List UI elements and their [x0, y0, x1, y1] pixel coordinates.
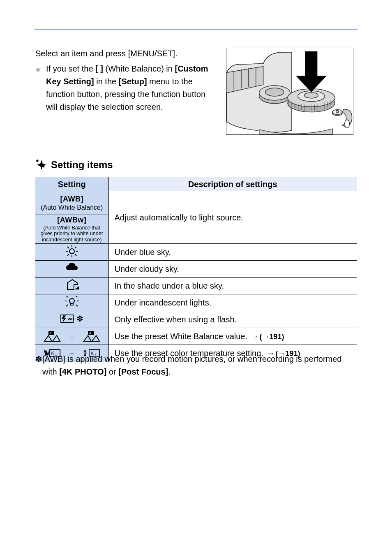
table-row: 1 – 4 Use the preset White Balance value…: [35, 328, 357, 345]
desc-shade: In the shade under a blue sky.: [108, 278, 357, 294]
settings-table: Setting Description of settings [AWB] (A…: [35, 177, 357, 362]
svg-text:WB: WB: [68, 317, 74, 321]
table-row: In the shade under a blue sky.: [35, 278, 357, 294]
svg-line-50: [76, 305, 78, 306]
setting-flashwb: WB ✽: [35, 311, 108, 328]
intro-note: ● If you set the [ ] (White Balance) in …: [35, 62, 216, 113]
top-rule: [35, 29, 357, 30]
section-heading: Setting items: [35, 159, 113, 171]
intro-text: Select an item and press [MENU/SET]. ● I…: [35, 47, 216, 113]
range-dash: –: [61, 332, 83, 341]
incandescent-icon: [65, 295, 79, 309]
svg-point-29: [345, 120, 350, 128]
desc-cloudy: Under cloudy sky.: [108, 261, 357, 278]
th-desc: Description of settings: [108, 177, 357, 191]
table-row: Under blue sky.: [35, 244, 357, 261]
diamond-icon: [35, 159, 48, 171]
intro-line: Select an item and press [MENU/SET].: [35, 47, 216, 60]
wb-preset-1-icon: 1: [44, 331, 61, 342]
desc-daylight: Under blue sky.: [108, 244, 357, 261]
svg-line-47: [67, 296, 68, 297]
camera-svg: [226, 48, 353, 134]
bullet-icon: ●: [35, 62, 46, 113]
wb-preset-4-icon: 4: [83, 331, 100, 342]
xref-link[interactable]: (→191): [260, 333, 284, 341]
setting-cloudy: [35, 261, 108, 278]
table-row: WB ✽ Only effective when using a flash.: [35, 311, 357, 328]
svg-text:4: 4: [89, 331, 91, 335]
flash-wb-icon: WB: [60, 312, 74, 326]
setting-shade: [35, 278, 108, 294]
svg-marker-57: [53, 336, 60, 341]
svg-point-34: [69, 249, 74, 254]
desc-awb: Adjust automatically to light source.: [108, 191, 357, 244]
svg-point-28: [336, 111, 339, 113]
camera-illustration: [226, 48, 353, 135]
table-row: [AWB] (Auto White Balance) Adjust automa…: [35, 191, 357, 215]
svg-marker-43: [75, 286, 79, 289]
table-row: Under cloudy sky.: [35, 261, 357, 278]
svg-point-11: [304, 93, 318, 98]
svg-line-42: [75, 247, 76, 248]
arrow-right-icon: →: [251, 332, 259, 341]
svg-marker-60: [84, 336, 91, 341]
setting-daylight: [35, 244, 108, 261]
svg-text:1: 1: [50, 331, 52, 335]
footnote: ✽ [AWB] is applied when you record motio…: [35, 353, 357, 378]
svg-point-44: [69, 298, 74, 303]
svg-line-48: [76, 296, 77, 297]
section-title: Setting items: [51, 159, 113, 171]
svg-marker-52: [62, 315, 66, 322]
svg-line-41: [67, 254, 69, 256]
footnote-mark: ✽: [35, 353, 42, 378]
desc-flashwb: Only effective when using a flash.: [108, 311, 357, 328]
setting-incandescent: [35, 294, 108, 311]
footnote-mark-icon: ✽: [76, 314, 83, 324]
svg-marker-32: [36, 159, 39, 162]
svg-marker-56: [44, 336, 52, 341]
svg-line-49: [66, 305, 68, 306]
desc-incandescent: Under incandescent lights.: [108, 294, 357, 311]
svg-marker-61: [92, 336, 99, 341]
desc-wbset: Use the preset White Balance value. →(→1…: [108, 328, 357, 345]
shade-icon: [65, 278, 79, 292]
setting-wbset: 1 – 4: [35, 328, 108, 345]
daylight-icon: [65, 244, 79, 258]
page: Select an item and press [MENU/SET]. ● I…: [0, 0, 392, 553]
table-row: Under incandescent lights.: [35, 294, 357, 311]
svg-point-7: [265, 88, 284, 96]
setting-awb: [AWB] (Auto White Balance): [35, 191, 108, 215]
th-setting: Setting: [35, 177, 108, 191]
svg-line-39: [67, 247, 69, 248]
setting-awbw: [AWBw] (Auto White Balance that gives pr…: [35, 215, 108, 244]
cloudy-icon: [65, 261, 79, 275]
svg-line-40: [75, 254, 76, 256]
